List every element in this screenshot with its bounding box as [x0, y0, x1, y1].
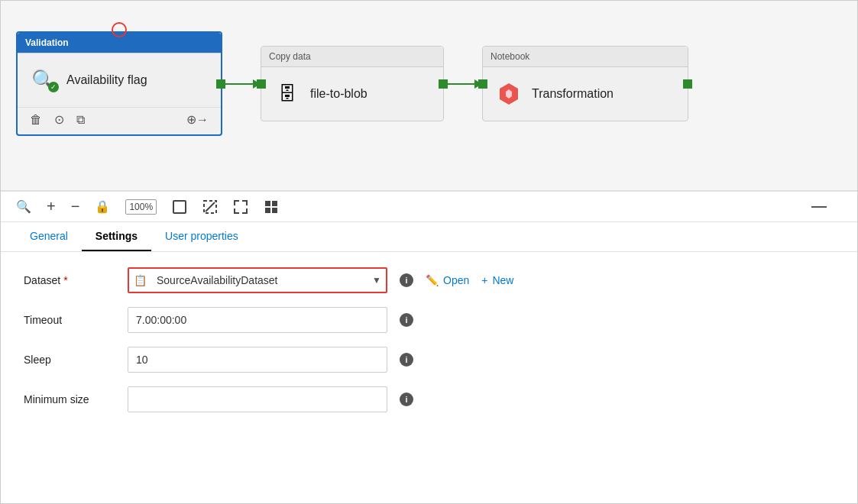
- sleep-info-icon[interactable]: i: [400, 353, 413, 367]
- pipeline-nodes-container: Validation 🔍 ✓ Availability flag 🗑 ⊙ ⧉ ⊕…: [16, 31, 688, 136]
- validation-node-label: Availability flag: [66, 73, 147, 87]
- copy-icon[interactable]: ⧉: [76, 113, 85, 127]
- copy-data-node-label: file-to-blob: [310, 87, 367, 101]
- minimum-size-info-icon[interactable]: i: [400, 393, 413, 406]
- dataset-field-row: Dataset * 📋 SourceAvailabilityDataset ▼ …: [24, 267, 834, 293]
- copy-data-node-header: Copy data: [261, 47, 443, 67]
- sleep-label: Sleep: [24, 354, 115, 366]
- node-error-indicator: [112, 22, 127, 37]
- timeout-input[interactable]: [128, 307, 387, 333]
- availability-flag-icon: 🔍 ✓: [30, 66, 57, 94]
- svg-rect-9: [272, 208, 277, 213]
- fit-tool-icon[interactable]: [233, 199, 248, 215]
- minimum-size-label: Minimum size: [24, 393, 115, 405]
- lock-tool-icon[interactable]: 🔒: [95, 199, 110, 214]
- svg-rect-8: [265, 208, 270, 213]
- timeout-field-row: Timeout i: [24, 307, 834, 333]
- plus-icon: +: [481, 274, 487, 286]
- add-activity-icon[interactable]: ⊕→: [186, 112, 209, 127]
- select-tool-icon[interactable]: [202, 199, 218, 215]
- tab-settings[interactable]: Settings: [82, 222, 151, 251]
- timeout-label: Timeout: [24, 314, 115, 326]
- node-right-connector-notebook: [683, 79, 692, 89]
- copy-data-node-body: 🗄 file-to-blob: [261, 67, 443, 121]
- pencil-icon: ✏️: [426, 274, 439, 286]
- notebook-node-header: Notebook: [483, 47, 688, 67]
- zoom-level-badge[interactable]: 100%: [125, 199, 157, 215]
- node-left-connector-notebook: [478, 79, 487, 89]
- dataset-select[interactable]: SourceAvailabilityDataset: [128, 267, 387, 293]
- svg-rect-3: [173, 201, 186, 213]
- validation-node[interactable]: Validation 🔍 ✓ Availability flag 🗑 ⊙ ⧉ ⊕…: [16, 31, 222, 136]
- toolbar-separator: [811, 206, 827, 208]
- copy-data-node[interactable]: Copy data 🗄 file-to-blob: [261, 46, 444, 121]
- notebook-node-label: Transformation: [532, 87, 614, 101]
- settings-panel: Dataset * 📋 SourceAvailabilityDataset ▼ …: [1, 252, 857, 441]
- svg-line-5: [206, 202, 215, 212]
- new-dataset-button[interactable]: + New: [481, 274, 513, 286]
- node-left-connector-copy: [257, 79, 266, 89]
- validation-node-actions: 🗑 ⊙ ⧉ ⊕→: [18, 107, 221, 134]
- frame-tool-icon[interactable]: [172, 199, 187, 215]
- tab-user-properties[interactable]: User properties: [151, 222, 252, 251]
- svg-rect-7: [272, 201, 277, 206]
- node-right-connector: [216, 79, 225, 89]
- delete-icon[interactable]: 🗑: [30, 113, 42, 127]
- settings-tabs: General Settings User properties: [1, 222, 857, 252]
- connector-1: [222, 79, 261, 89]
- pipeline-canvas: Validation 🔍 ✓ Availability flag 🗑 ⊙ ⧉ ⊕…: [1, 1, 857, 192]
- sleep-field-row: Sleep i: [24, 347, 834, 373]
- minimum-size-field-row: Minimum size i: [24, 386, 834, 412]
- layers-tool-icon[interactable]: [264, 199, 279, 215]
- required-indicator: *: [63, 274, 67, 286]
- canvas-toolbar: 🔍 + − 🔒 100%: [1, 192, 857, 222]
- config-icon[interactable]: ⊙: [54, 112, 64, 127]
- tab-general[interactable]: General: [16, 222, 82, 251]
- dataset-label: Dataset *: [24, 274, 115, 286]
- sleep-input[interactable]: [128, 347, 387, 373]
- svg-rect-6: [265, 201, 270, 206]
- search-tool-icon[interactable]: 🔍: [16, 199, 31, 214]
- remove-tool-icon[interactable]: −: [71, 198, 80, 215]
- minimum-size-input[interactable]: [128, 386, 387, 412]
- validation-node-body: 🔍 ✓ Availability flag: [18, 53, 221, 107]
- dataset-info-icon[interactable]: i: [400, 273, 413, 287]
- notebook-node-body: Transformation: [483, 67, 688, 121]
- add-tool-icon[interactable]: +: [47, 198, 56, 215]
- copy-data-icon: 🗄: [274, 80, 301, 108]
- open-dataset-button[interactable]: ✏️ Open: [426, 274, 469, 286]
- dataset-field-actions: ✏️ Open + New: [426, 274, 513, 286]
- timeout-info-icon[interactable]: i: [400, 313, 413, 327]
- dataset-select-wrapper: 📋 SourceAvailabilityDataset ▼: [128, 267, 387, 293]
- node-right-connector-copy: [439, 79, 448, 89]
- connector-2: [444, 79, 482, 89]
- notebook-spark-icon: [495, 80, 523, 108]
- notebook-node[interactable]: Notebook Transformation: [482, 46, 688, 121]
